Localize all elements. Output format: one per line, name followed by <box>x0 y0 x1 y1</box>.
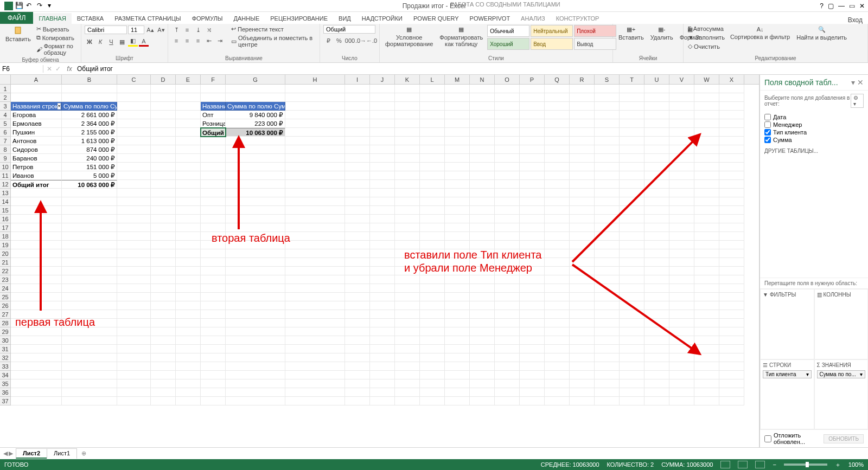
cell[interactable] <box>445 102 470 111</box>
sheet-tab[interactable]: Лист1 <box>47 448 77 459</box>
close-icon[interactable]: ✕ <box>859 2 865 10</box>
cell[interactable] <box>495 206 520 215</box>
cell[interactable] <box>345 85 370 93</box>
cell[interactable] <box>345 119 370 128</box>
cell[interactable] <box>151 85 176 93</box>
row-header[interactable]: 6 <box>0 128 11 137</box>
cell[interactable] <box>11 85 62 93</box>
cell[interactable] <box>285 293 345 301</box>
cell[interactable] <box>226 154 285 163</box>
cell[interactable] <box>345 397 370 405</box>
ribbon-options-icon[interactable]: ▢ <box>828 2 834 10</box>
cell[interactable] <box>395 85 420 93</box>
cell[interactable] <box>11 267 62 275</box>
cell[interactable] <box>495 301 520 310</box>
cell[interactable] <box>345 93 370 102</box>
cell[interactable] <box>226 371 285 379</box>
cell[interactable] <box>445 85 470 93</box>
cell[interactable] <box>719 267 744 275</box>
cell[interactable] <box>226 275 285 284</box>
cell[interactable] <box>719 189 744 197</box>
cell[interactable] <box>445 327 470 336</box>
column-header[interactable]: G <box>226 75 285 84</box>
cell[interactable] <box>62 223 117 232</box>
cell[interactable] <box>669 293 694 301</box>
cell[interactable] <box>719 327 744 336</box>
cell[interactable] <box>570 154 595 163</box>
cell[interactable] <box>694 362 719 371</box>
cell[interactable] <box>545 353 570 362</box>
cell[interactable] <box>644 163 669 171</box>
cell[interactable] <box>11 319 62 327</box>
cell[interactable] <box>226 232 285 241</box>
cell[interactable] <box>570 379 595 388</box>
cell[interactable] <box>620 371 644 379</box>
cell[interactable] <box>595 189 620 197</box>
cell[interactable] <box>420 215 445 223</box>
cell[interactable] <box>420 397 445 405</box>
row-header[interactable]: 5 <box>0 119 11 128</box>
cell[interactable] <box>176 111 201 119</box>
cell[interactable] <box>176 171 201 180</box>
cell[interactable] <box>694 388 719 397</box>
row-header[interactable]: 17 <box>0 223 11 232</box>
cell[interactable] <box>420 206 445 215</box>
row-header[interactable]: 11 <box>0 171 11 180</box>
cell[interactable] <box>226 145 285 154</box>
cell[interactable] <box>370 180 395 189</box>
cell[interactable] <box>669 223 694 232</box>
cell[interactable] <box>470 258 495 267</box>
cell[interactable] <box>395 145 420 154</box>
cell[interactable] <box>620 327 644 336</box>
row-header[interactable]: 2 <box>0 93 11 102</box>
cell[interactable] <box>201 319 226 327</box>
delete-cells-button[interactable]: ▦-Удалить <box>648 25 675 42</box>
cell[interactable] <box>520 293 545 301</box>
cell[interactable] <box>445 145 470 154</box>
cell[interactable] <box>201 345 226 353</box>
cell[interactable] <box>470 171 495 180</box>
rows-pill[interactable]: Тип клиента▾ <box>763 370 812 378</box>
row-header[interactable]: 9 <box>0 154 11 163</box>
cell[interactable] <box>201 388 226 397</box>
cell[interactable] <box>719 310 744 319</box>
cell[interactable] <box>694 249 719 258</box>
cell[interactable] <box>495 397 520 405</box>
column-header[interactable]: D <box>151 75 176 84</box>
cell[interactable] <box>644 206 669 215</box>
gear-icon[interactable]: ⚙ ▾ <box>851 94 864 108</box>
cell[interactable] <box>176 336 201 345</box>
cell[interactable]: Опт <box>201 111 226 119</box>
cell[interactable] <box>285 171 345 180</box>
cell[interactable] <box>644 310 669 319</box>
ribbon-tab-конструктор[interactable]: КОНСТРУКТОР <box>551 13 605 24</box>
cell[interactable] <box>545 145 570 154</box>
cell[interactable] <box>445 379 470 388</box>
cell[interactable] <box>570 215 595 223</box>
cell[interactable] <box>201 310 226 319</box>
cell[interactable] <box>545 293 570 301</box>
cell[interactable] <box>570 301 595 310</box>
cell[interactable] <box>285 345 345 353</box>
cell[interactable] <box>719 241 744 249</box>
cell[interactable] <box>694 111 719 119</box>
cell[interactable] <box>495 336 520 345</box>
cell[interactable] <box>151 397 176 405</box>
cell[interactable] <box>545 379 570 388</box>
cell[interactable] <box>370 163 395 171</box>
cell[interactable] <box>719 171 744 180</box>
file-tab[interactable]: ФАЙЛ <box>0 12 33 24</box>
cell[interactable] <box>570 163 595 171</box>
cell[interactable] <box>285 284 345 293</box>
cell[interactable] <box>520 379 545 388</box>
cell[interactable] <box>285 102 345 111</box>
cell[interactable] <box>226 267 285 275</box>
cell[interactable] <box>644 215 669 223</box>
defer-checkbox[interactable] <box>764 435 771 442</box>
cell[interactable] <box>285 267 345 275</box>
cell[interactable] <box>620 284 644 293</box>
cell[interactable] <box>694 397 719 405</box>
cell[interactable] <box>495 275 520 284</box>
cell[interactable] <box>226 362 285 371</box>
cell[interactable] <box>570 258 595 267</box>
